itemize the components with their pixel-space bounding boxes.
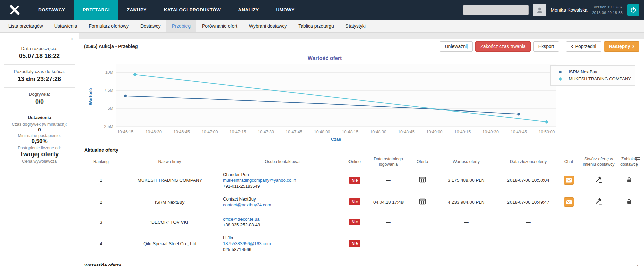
legend-item-mukesh[interactable]: MUKESH TRADING COMPANY — [555, 76, 631, 83]
overtime-minutes-label: Czas dogrywek (w minutach): — [0, 122, 79, 127]
svg-text:10:48:45: 10:48:45 — [398, 130, 415, 134]
svg-text:10:48:15: 10:48:15 — [342, 130, 359, 134]
contact-cell: office@decor.te.ua +38 035 252-08-49 — [222, 214, 342, 230]
submitted-date-cell: — — [498, 217, 558, 227]
create-offer-cell — [579, 195, 619, 209]
logout-power-button[interactable] — [627, 4, 639, 16]
offers-chart: Wartość ofert 2.5M5M7.5M10M10:46:1510:46… — [79, 53, 644, 143]
panel-header: (2595) Aukcja - Przebieg Unieważnij Zako… — [79, 39, 644, 53]
tab-statystyki[interactable]: Statystyki — [340, 20, 371, 32]
contact-email-link[interactable]: office@decor.te.ua — [223, 216, 259, 222]
nav-item-zakupy[interactable]: ZAKUPY — [118, 0, 155, 20]
nav-item-umowy[interactable]: UMOWY — [267, 0, 303, 20]
main-nav: DOSTAWCY PRZETARGI ZAKUPY KATALOGI PRODU… — [30, 0, 304, 20]
chat-button[interactable] — [564, 197, 574, 207]
end-time-button[interactable]: Zakończ czas trwania — [475, 41, 531, 52]
submitted-date-cell: 2018-07-06 10:50:04 — [498, 175, 558, 185]
tab-ustawienia[interactable]: Ustawienia — [49, 20, 83, 32]
avatar[interactable] — [533, 4, 546, 16]
version-info: version 19.1.237 2018-06-29 18:58 — [592, 4, 623, 15]
contact-email-link[interactable]: mukeshtradingcompany@yahoo.co.in — [223, 177, 296, 183]
previous-button[interactable]: ‹ Poprzedni — [566, 41, 601, 52]
table-row: 1 MUKESH TRADING COMPANY Chander Puri mu… — [84, 169, 639, 192]
create-offer-gavel-icon[interactable] — [595, 198, 602, 205]
tab-wybrani-dostawcy[interactable]: Wybrani dostawcy — [243, 20, 292, 32]
min-step-label: Minimalne postąpienie: — [0, 133, 79, 138]
auction-panel: (2595) Aukcja - Przebieg Unieważnij Zako… — [79, 39, 644, 266]
contact-cell: Li Jia 18755383956@163.com 025-58714566 — [222, 232, 342, 255]
nav-item-katalogi[interactable]: KATALOGI PRODUKTÓW — [155, 0, 229, 20]
contact-phone: +38 035 252-08-49 — [223, 222, 341, 228]
step-from-label: Postąpienie liczone od: — [0, 146, 79, 150]
online-cell: Nie — [342, 196, 367, 208]
line-chart: 2.5M5M7.5M10M10:46:1510:46:3010:46:4510:… — [87, 62, 563, 143]
table-row: 3 "DECOR" TOV VKF office@decor.te.ua +38… — [84, 212, 639, 232]
invalidate-button[interactable]: Unieważnij — [440, 41, 473, 52]
svg-text:2.5M: 2.5M — [104, 124, 113, 129]
block-supplier-cell — [619, 219, 639, 225]
sidebar-collapse-icon[interactable]: ‹ — [71, 34, 73, 42]
contact-email-link[interactable]: 18755383956@163.com — [223, 241, 271, 247]
online-status-badge: Nie — [349, 177, 361, 184]
app-logo-icon[interactable] — [0, 0, 30, 20]
contact-name: Chander Puri — [223, 172, 341, 177]
ranking-cell: 1 — [84, 175, 118, 185]
online-status-badge: Nie — [349, 198, 361, 205]
nav-item-analizy[interactable]: ANALIZY — [229, 0, 267, 20]
offer-details-icon[interactable] — [419, 198, 426, 205]
contact-email-link[interactable]: contact@nextbuy24.com — [223, 202, 271, 208]
contact-phone: +91-011-25183549 — [223, 183, 341, 189]
ranking-cell: 4 — [84, 238, 118, 249]
offers-table-header: Ranking Nazwa firmy Osoba kontaktowa Onl… — [84, 155, 639, 169]
tab-lista-przetargow[interactable]: Lista przetargów — [3, 20, 49, 32]
main-content: (2595) Aukcja - Przebieg Unieważnij Zako… — [79, 33, 644, 266]
table-menu-icon[interactable] — [634, 157, 640, 163]
nav-item-przetargi[interactable]: PRZETARGI — [74, 0, 118, 20]
svg-text:10:47:30: 10:47:30 — [258, 130, 274, 134]
svg-text:10:48:30: 10:48:30 — [370, 130, 386, 134]
offer-cell — [410, 219, 434, 225]
offer-value-cell: — — [434, 238, 498, 249]
next-button[interactable]: Następny › — [604, 41, 639, 52]
last-login-cell: 04.04.18 17:48 — [367, 197, 410, 207]
export-button[interactable]: Eksport — [533, 41, 559, 52]
tab-formularz-ofertowy[interactable]: Formularz ofertowy — [83, 20, 135, 32]
nav-item-dostawcy[interactable]: DOSTAWCY — [30, 0, 74, 20]
svg-text:10:46:30: 10:46:30 — [145, 130, 162, 134]
contact-cell: Chander Puri mukeshtradingcompany@yahoo.… — [222, 169, 342, 191]
current-offers-title: Aktualne oferty — [84, 147, 639, 153]
block-supplier-lock-icon[interactable] — [626, 177, 632, 183]
version-date: 2018-06-29 18:58 — [592, 10, 623, 15]
min-step-value: 0,50% — [0, 138, 79, 145]
current-offers-section: Aktualne oferty Ranking Nazwa firmy Osob… — [79, 147, 644, 255]
svg-text:5M: 5M — [108, 106, 113, 111]
company-cell: MUKESH TRADING COMPANY — [118, 175, 222, 185]
online-status-badge: Nie — [349, 219, 361, 225]
svg-text:7.5M: 7.5M — [104, 88, 113, 93]
svg-text:10:47:00: 10:47:00 — [202, 130, 218, 134]
tab-przebieg[interactable]: Przebieg — [166, 20, 196, 32]
search-input[interactable] — [463, 5, 529, 15]
start-date-label: Data rozpoczęcia: — [0, 46, 79, 51]
block-supplier-lock-icon[interactable] — [626, 198, 632, 205]
offer-details-icon[interactable] — [419, 177, 426, 183]
ranking-cell: 3 — [84, 217, 118, 227]
settings-section-title: Ustawienia — [0, 115, 79, 120]
top-navigation: DOSTAWCY PRZETARGI ZAKUPY KATALOGI PRODU… — [0, 0, 644, 20]
all-offers-bar[interactable]: Wszystkie oferty ‹ — [84, 258, 639, 266]
tab-tablica-przetargu[interactable]: Tablica przetargu — [292, 20, 340, 32]
all-offers-collapse-icon[interactable]: ‹ — [637, 262, 639, 266]
offer-value-cell: — — [434, 217, 498, 227]
offer-cell — [410, 196, 434, 208]
chat-cell — [558, 241, 579, 246]
legend-item-isrm[interactable]: ISRM NextBuy — [555, 69, 631, 76]
company-cell: Qilu Special Steel Co., Ltd — [118, 238, 222, 249]
ranking-cell: 2 — [84, 197, 118, 207]
create-offer-gavel-icon[interactable] — [595, 176, 602, 183]
chat-button[interactable] — [564, 176, 574, 185]
table-row: 2 ISRM NextBuy Contact NextBuy contact@n… — [84, 192, 639, 212]
tab-dostawcy[interactable]: Dostawcy — [135, 20, 166, 32]
tab-porownanie-ofert[interactable]: Porównanie ofert — [196, 20, 243, 32]
table-row: 4 Qilu Special Steel Co., Ltd Li Jia 187… — [84, 232, 639, 255]
online-cell: Nie — [342, 174, 367, 186]
